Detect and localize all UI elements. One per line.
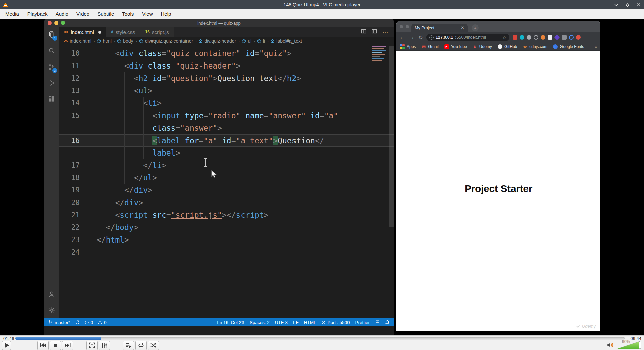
fullscreen-button[interactable] (86, 341, 98, 350)
editor-scrollbar[interactable] (389, 46, 394, 227)
minimize-icon[interactable] (614, 3, 619, 7)
code-line[interactable]: label> (59, 147, 394, 159)
breadcrumb-item[interactable]: body (117, 38, 133, 44)
address-bar[interactable]: i 127.0.0.1 :5500/index.html ☆ (426, 34, 509, 41)
gray-ring-extension-icon[interactable] (534, 35, 538, 40)
code-editor[interactable]: 10<div class="quiz-container" id="quiz">… (59, 45, 394, 318)
reload-icon[interactable]: ↻ (417, 34, 424, 41)
breadcrumb-item[interactable]: div.quiz-header (198, 38, 236, 44)
menu-playback[interactable]: Playback (23, 9, 52, 19)
seek-bar[interactable] (15, 337, 625, 340)
site-info-icon[interactable]: i (429, 35, 434, 40)
close-icon[interactable] (636, 3, 641, 7)
purple-diamond-extension-icon[interactable] (554, 35, 560, 40)
browser-titlebar[interactable]: My Project ✕ + (396, 21, 600, 32)
errors-status[interactable]: 0 (85, 320, 93, 325)
modified-dot-icon[interactable] (98, 31, 101, 34)
code-line[interactable]: 15<input type="radio" name="answer" id="… (59, 110, 394, 122)
breadcrumb-item[interactable]: html (97, 38, 111, 44)
orange-circle-extension-icon[interactable] (541, 35, 545, 40)
code-line[interactable]: 22</body> (59, 221, 394, 234)
red-circle-extension-icon[interactable] (576, 35, 581, 40)
loop-button[interactable] (135, 341, 147, 350)
status-spaces-2[interactable]: Spaces: 2 (250, 320, 270, 325)
status-bell-icon[interactable] (385, 320, 390, 325)
code-line[interactable]: 20</div> (59, 196, 394, 209)
menu-video[interactable]: Video (72, 9, 93, 19)
menu-media[interactable]: Media (1, 9, 23, 19)
toggle-layout-icon[interactable] (372, 29, 377, 35)
status-html[interactable]: HTML (304, 320, 316, 325)
status-prettier[interactable]: Prettier (355, 320, 370, 325)
forward-icon[interactable]: → (408, 34, 415, 40)
white-square-extension-icon[interactable] (548, 35, 552, 40)
code-line[interactable]: class="answer"> (59, 122, 394, 134)
code-line[interactable]: 24 (59, 246, 394, 259)
git-branch-status[interactable]: master* (48, 320, 70, 325)
code-line[interactable]: 21<script src="script.js"></script> (59, 209, 394, 221)
mac-close-button[interactable] (400, 25, 403, 28)
activity-settings-gear-icon[interactable] (44, 302, 59, 318)
next-button[interactable] (62, 341, 73, 350)
browser-tab[interactable]: My Project ✕ (411, 24, 468, 32)
code-line[interactable]: 13<ul> (59, 85, 394, 97)
bookmark-github[interactable]: GitHub (498, 44, 517, 49)
tab-style.css[interactable]: #style.css (106, 27, 140, 37)
status-port-5500[interactable]: Port : 5500 (321, 320, 350, 325)
bookmarks-overflow-icon[interactable]: » (595, 44, 597, 49)
bookmark-google-fonts[interactable]: FGoogle Fonts (553, 44, 584, 49)
breadcrumb-item[interactable]: <>index.html (64, 38, 91, 44)
code-line[interactable]: 17</li> (59, 159, 394, 172)
tab-script.js[interactable]: JSscript.js (140, 27, 174, 37)
activity-source-control-icon[interactable]: 3 (44, 59, 59, 75)
status-lf[interactable]: LF (293, 320, 299, 325)
breadcrumb-item[interactable]: ul (241, 38, 251, 44)
bookmark-youtube[interactable]: ▶YouTube (444, 44, 467, 49)
random-button[interactable] (148, 341, 159, 350)
menu-view[interactable]: View (138, 9, 157, 19)
activity-explorer-icon[interactable]: 1 (44, 27, 59, 43)
code-line[interactable]: 10<div class="quiz-container" id="quiz"> (59, 47, 394, 60)
bookmark-star-icon[interactable]: ☆ (502, 35, 506, 40)
back-icon[interactable]: ← (399, 34, 406, 40)
vscode-titlebar[interactable]: index.html — quiz-app (44, 19, 394, 27)
gray-rounded-extension-icon[interactable] (562, 35, 567, 40)
menu-tools[interactable]: Tools (118, 9, 138, 19)
activity-search-icon[interactable] (44, 43, 59, 59)
status-ln-16-col-23[interactable]: Ln 16, Col 23 (217, 320, 244, 325)
warnings-status[interactable]: 0 (98, 320, 107, 325)
activity-account-icon[interactable] (44, 286, 59, 302)
split-editor-icon[interactable] (361, 29, 366, 35)
play-button[interactable] (2, 341, 11, 350)
code-line[interactable]: 16<label for="a" id="a_text">Question</ (59, 134, 394, 147)
speaker-icon[interactable] (606, 341, 614, 350)
volume-control[interactable]: 90% (606, 340, 642, 350)
more-actions-icon[interactable]: ⋯ (382, 29, 388, 36)
menu-audio[interactable]: Audio (52, 9, 72, 19)
breadcrumb-item[interactable]: label#a_text (270, 38, 302, 44)
mac-minimize-button[interactable] (54, 21, 58, 25)
stop-button[interactable] (50, 341, 61, 350)
menu-help[interactable]: Help (157, 9, 175, 19)
playlist-button[interactable] (123, 341, 134, 350)
gray-circle-extension-icon[interactable] (527, 35, 531, 40)
code-line[interactable]: 12<h2 id="question">Question text</h2> (59, 72, 394, 85)
sync-icon[interactable] (75, 320, 80, 325)
mac-minimize-button[interactable] (406, 25, 409, 28)
breadcrumb-item[interactable]: li (257, 38, 265, 44)
mac-close-button[interactable] (48, 21, 52, 25)
tab-close-icon[interactable]: ✕ (461, 25, 464, 30)
menu-subtitle[interactable]: Subtitle (93, 9, 118, 19)
code-line[interactable]: 19</div> (59, 184, 394, 196)
code-line[interactable]: 11<div class="quiz-header"> (59, 60, 394, 72)
maximize-icon[interactable] (625, 3, 630, 7)
video-area[interactable]: index.html — quiz-app 13 <>index.html#st… (0, 19, 644, 335)
bookmark-cdnjs-com[interactable]: <>cdnjs.com (523, 44, 547, 49)
activity-extensions-icon[interactable] (44, 91, 59, 107)
activity-run-debug-icon[interactable] (44, 75, 59, 91)
code-line[interactable]: 14<li> (59, 97, 394, 110)
status-utf-8[interactable]: UTF-8 (275, 320, 288, 325)
bookmark-apps[interactable]: Apps (400, 44, 416, 49)
mac-zoom-button[interactable] (61, 21, 65, 25)
teal-circle-extension-icon[interactable] (520, 35, 524, 40)
